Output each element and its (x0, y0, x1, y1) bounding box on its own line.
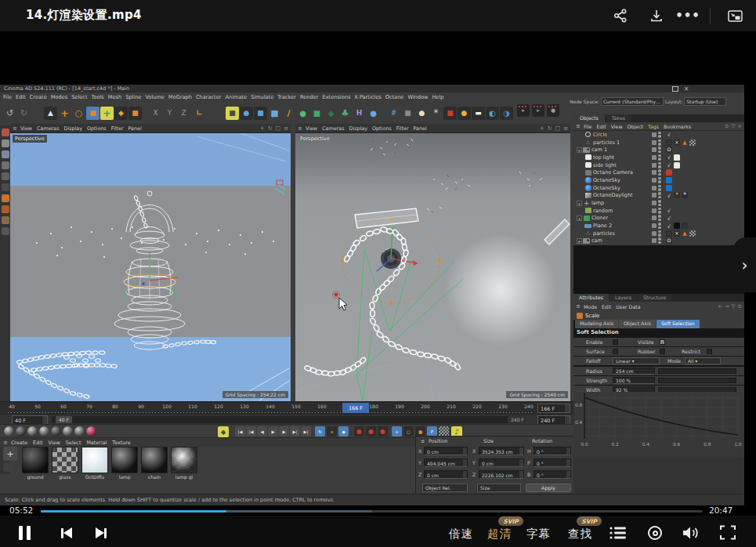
left-viewport-canvas[interactable]: Perspective Grid Spacing : 254.22 cm (10, 133, 291, 401)
right-viewport-canvas[interactable]: Perspective Grid Spacing : 2540 cm (295, 133, 570, 401)
attribute-menu-item-0[interactable]: Mode (584, 304, 597, 310)
object-label[interactable]: cam (591, 237, 602, 244)
object-tab-0[interactable]: Objects (573, 114, 605, 122)
object-rel-dropdown[interactable]: Object Rel. (422, 484, 468, 492)
shading-sphere-icon-7[interactable] (86, 426, 96, 437)
more-icon[interactable]: ••• (678, 6, 697, 25)
record-key-icon-0[interactable]: ● (354, 426, 364, 437)
mode-icon-5[interactable] (2, 183, 9, 191)
attribute-menu-item-1[interactable]: Edit (602, 304, 611, 310)
quality-button[interactable]: 超清 (487, 527, 512, 542)
attribute-tab-1[interactable]: Layers (610, 294, 637, 302)
material-menu-item-2[interactable]: View (49, 440, 60, 446)
radius-slider[interactable] (658, 368, 736, 374)
material-menu-item-5[interactable]: Texture (112, 440, 130, 446)
mode-icon-6[interactable] (2, 194, 9, 202)
next-video-button[interactable] (96, 527, 111, 538)
material-menu-item-0[interactable]: Create (11, 440, 27, 446)
menu-item-8[interactable]: Volume (145, 94, 165, 100)
playlist-icon[interactable] (610, 526, 627, 543)
environment-icon[interactable]: ◑ (500, 107, 513, 120)
object-label[interactable]: lamp (591, 200, 604, 206)
record-key-icon-1[interactable]: ● (366, 426, 376, 437)
position-x-field[interactable]: 0 cm (424, 447, 468, 455)
scale-icon[interactable]: ■ (86, 107, 99, 120)
menu-item-17[interactable]: Octane (385, 94, 404, 100)
hamburger-icon[interactable]: ≡ (3, 440, 8, 446)
menu-item-10[interactable]: Character (196, 94, 222, 100)
material-menu-item-4[interactable]: Material (86, 440, 107, 446)
blackchip-tag-icon[interactable] (674, 223, 680, 229)
object-row[interactable]: Octane Camera (573, 168, 744, 176)
hamburger-icon[interactable]: ≡ (298, 125, 302, 132)
white-tag-icon[interactable] (674, 154, 680, 161)
clip-render-2-icon[interactable]: ▸ (532, 104, 544, 117)
dots-tag-icon[interactable]: ∴ (666, 139, 672, 146)
xchip-tag-icon[interactable]: × (674, 230, 680, 237)
object-row[interactable]: Circle√ (573, 131, 744, 139)
material-thumbnail[interactable] (171, 447, 197, 473)
expand-icon[interactable]: + (577, 201, 582, 206)
check-tag-icon[interactable]: √ (666, 162, 672, 168)
rubber-checkbox[interactable] (660, 349, 665, 354)
clip-render-3-icon[interactable]: ● (547, 104, 559, 117)
object-menu-item-3[interactable]: Object (628, 124, 644, 129)
radius-field[interactable]: 254 cm (613, 368, 655, 375)
object-menu-item-1[interactable]: Edit (596, 124, 606, 129)
falloff-dropdown[interactable]: Linear ▾ (613, 357, 660, 364)
mode-icon-2[interactable] (2, 150, 9, 158)
object-row[interactable]: side light√ (573, 161, 744, 169)
shading-sphere-icon-0[interactable] (4, 426, 14, 437)
object-row[interactable]: ++lamp (573, 199, 744, 207)
range-start-bubble[interactable]: 40 F (56, 416, 72, 423)
mode-icon-0[interactable] (2, 129, 9, 136)
check-tag-icon[interactable]: √ (666, 154, 672, 161)
strength-slider[interactable] (658, 378, 736, 383)
lock-y-icon[interactable]: Y (163, 107, 176, 120)
target-tag-icon[interactable]: ⊙ (666, 237, 672, 244)
mode-icon-4[interactable] (2, 172, 9, 180)
array-icon[interactable]: # (387, 107, 400, 120)
object-state-icons[interactable] (652, 200, 661, 206)
object-state-icons[interactable] (652, 132, 661, 138)
right-vp-menu-item-5[interactable]: Panel (414, 125, 427, 132)
object-row[interactable]: random√ (573, 207, 744, 215)
object-menu-item-2[interactable]: View (611, 124, 623, 129)
object-label[interactable]: OctaneSky (593, 185, 620, 191)
record-scale-icon[interactable]: ○ (403, 426, 414, 437)
xchip-tag-icon[interactable]: × (674, 139, 680, 146)
object-row[interactable]: +Cloner√ (573, 215, 744, 223)
check-tag-icon[interactable]: √ (666, 223, 672, 229)
object-label[interactable]: Cloner (591, 215, 608, 221)
object-state-icons[interactable] (652, 185, 661, 191)
material-item[interactable]: lamp gl (171, 447, 197, 483)
redchip-tag-icon[interactable] (666, 169, 672, 176)
close-window-icon[interactable]: × (682, 85, 691, 92)
hamburger-icon[interactable]: ≡ (13, 125, 17, 132)
loop-mode-icon[interactable]: ↻ (315, 426, 325, 437)
bluechip-tag-icon[interactable] (666, 177, 672, 183)
object-state-icons[interactable] (652, 147, 661, 153)
progress-bar[interactable] (41, 510, 703, 513)
object-state-icons[interactable] (652, 215, 661, 221)
target-tag-icon[interactable]: ⊙ (666, 147, 672, 153)
viewport-nav-icons[interactable]: +↻□≡ (540, 125, 568, 132)
dots-tag-icon[interactable]: ∴ (666, 230, 672, 237)
spin-icon[interactable]: * (429, 107, 443, 120)
record-position-icon[interactable]: + (392, 426, 402, 437)
object-state-icons[interactable] (652, 237, 661, 244)
current-frame-field[interactable]: 166 F (537, 404, 570, 413)
material-thumbnail[interactable] (81, 447, 108, 473)
material-thumbnail[interactable] (111, 447, 138, 473)
viewport-nav-icons[interactable]: +↻□≡ (260, 125, 288, 132)
lock-x-icon[interactable]: X (149, 107, 162, 120)
dots-tag-icon[interactable]: ∴ (682, 223, 688, 229)
shading-sphere-icon-3[interactable] (39, 426, 49, 437)
previous-video-button[interactable] (61, 527, 77, 538)
workplane-icon[interactable]: ■ (128, 107, 142, 120)
menu-item-2[interactable]: Create (30, 94, 47, 100)
size-z-field[interactable]: 2226.102 cm (479, 470, 524, 479)
next-key-button[interactable]: ▶| (290, 426, 300, 437)
size-mode-dropdown[interactable]: Size (477, 484, 521, 492)
right-vp-menu-item-3[interactable]: Options (372, 125, 392, 132)
